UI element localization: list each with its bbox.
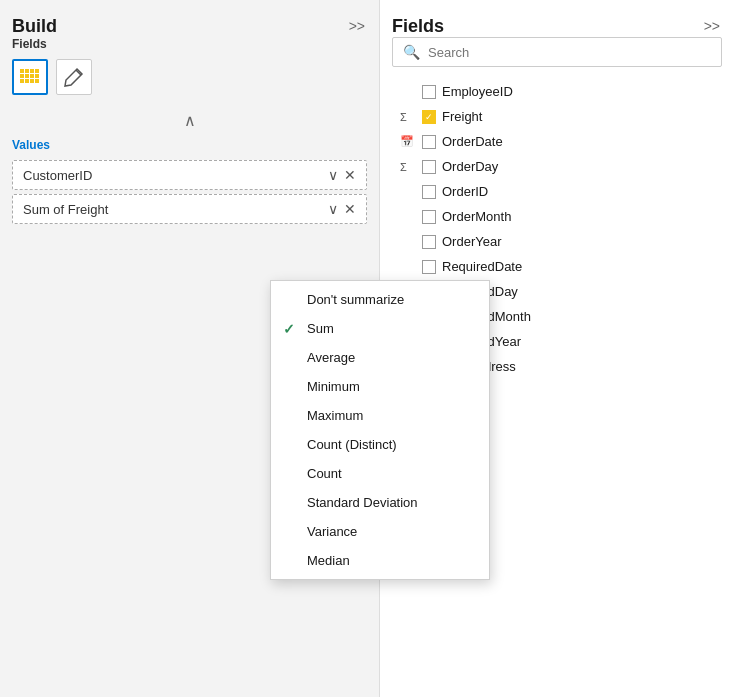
- summarize-dropdown: Don't summarize✓SumAverageMinimumMaximum…: [270, 280, 490, 580]
- svg-rect-0: [20, 69, 24, 73]
- svg-rect-4: [20, 74, 24, 78]
- dropdown-label-dont-summarize: Don't summarize: [307, 292, 404, 307]
- collapse-arrow[interactable]: ∧: [12, 111, 367, 130]
- build-title: Build: [12, 16, 57, 36]
- sum-of-freight-chevron[interactable]: ∨: [328, 201, 338, 217]
- fields-section-label: Fields: [12, 37, 367, 51]
- sum-of-freight-actions: ∨ ✕: [328, 201, 356, 217]
- dropdown-label-maximum: Maximum: [307, 408, 363, 423]
- dropdown-label-minimum: Minimum: [307, 379, 360, 394]
- build-expand-icon[interactable]: >>: [349, 18, 365, 34]
- field-name-requireddate: RequiredDate: [442, 259, 522, 274]
- field-checkbox-employeeid[interactable]: [422, 85, 436, 99]
- field-checkbox-orderyear[interactable]: [422, 235, 436, 249]
- field-name-orderday: OrderDay: [442, 159, 498, 174]
- customerid-chevron[interactable]: ∨: [328, 167, 338, 183]
- svg-rect-1: [25, 69, 29, 73]
- dropdown-label-average: Average: [307, 350, 355, 365]
- svg-rect-8: [20, 79, 24, 83]
- dropdown-label-variance: Variance: [307, 524, 357, 539]
- checkmark-icon: ✓: [283, 321, 295, 337]
- field-checkbox-orderdate[interactable]: [422, 135, 436, 149]
- customerid-remove[interactable]: ✕: [344, 167, 356, 183]
- svg-rect-2: [30, 69, 34, 73]
- field-item-requireddate[interactable]: RequiredDate: [392, 254, 722, 279]
- svg-rect-5: [25, 74, 29, 78]
- field-item-orderyear[interactable]: OrderYear: [392, 229, 722, 254]
- field-name-orderid: OrderID: [442, 184, 488, 199]
- dropdown-item-average[interactable]: Average: [271, 343, 489, 372]
- sum-of-freight-row[interactable]: Sum of Freight ∨ ✕: [12, 194, 367, 224]
- field-checkbox-orderid[interactable]: [422, 185, 436, 199]
- field-type-icon-orderdate: 📅: [400, 135, 416, 148]
- field-name-employeeid: EmployeeID: [442, 84, 513, 99]
- field-name-orderdate: OrderDate: [442, 134, 503, 149]
- field-item-employeeid[interactable]: EmployeeID: [392, 79, 722, 104]
- dropdown-label-count-distinct: Count (Distinct): [307, 437, 397, 452]
- dropdown-label-sum: Sum: [307, 321, 334, 336]
- search-icon: 🔍: [403, 44, 420, 60]
- table-view-button[interactable]: [12, 59, 48, 95]
- field-item-freight[interactable]: Σ✓Freight: [392, 104, 722, 129]
- svg-rect-7: [35, 74, 39, 78]
- field-item-orderid[interactable]: OrderID: [392, 179, 722, 204]
- customerid-label: CustomerID: [23, 168, 92, 183]
- table-icon: [19, 68, 41, 86]
- dropdown-item-dont-summarize[interactable]: Don't summarize: [271, 285, 489, 314]
- field-item-ordermonth[interactable]: OrderMonth: [392, 204, 722, 229]
- build-panel: Build >> Fields: [0, 0, 380, 697]
- sum-of-freight-label: Sum of Freight: [23, 202, 108, 217]
- field-checkbox-freight[interactable]: ✓: [422, 110, 436, 124]
- dropdown-item-variance[interactable]: Variance: [271, 517, 489, 546]
- fields-icons-group: [12, 59, 367, 95]
- dropdown-item-maximum[interactable]: Maximum: [271, 401, 489, 430]
- dropdown-item-count[interactable]: Count: [271, 459, 489, 488]
- field-item-orderdate[interactable]: 📅OrderDate: [392, 129, 722, 154]
- field-checkbox-requireddate[interactable]: [422, 260, 436, 274]
- values-section-label: Values: [12, 138, 367, 152]
- field-type-icon-freight: Σ: [400, 111, 416, 123]
- field-name-orderyear: OrderYear: [442, 234, 502, 249]
- field-item-orderday[interactable]: ΣOrderDay: [392, 154, 722, 179]
- edit-icon: [63, 66, 85, 88]
- svg-rect-10: [30, 79, 34, 83]
- dropdown-label-standard-deviation: Standard Deviation: [307, 495, 418, 510]
- search-box[interactable]: 🔍: [392, 37, 722, 67]
- svg-rect-9: [25, 79, 29, 83]
- customerid-actions: ∨ ✕: [328, 167, 356, 183]
- svg-rect-11: [35, 79, 39, 83]
- dropdown-item-sum[interactable]: ✓Sum: [271, 314, 489, 343]
- dropdown-item-standard-deviation[interactable]: Standard Deviation: [271, 488, 489, 517]
- svg-rect-3: [35, 69, 39, 73]
- field-name-ordermonth: OrderMonth: [442, 209, 511, 224]
- dropdown-label-count: Count: [307, 466, 342, 481]
- field-checkbox-ordermonth[interactable]: [422, 210, 436, 224]
- dropdown-label-median: Median: [307, 553, 350, 568]
- svg-rect-6: [30, 74, 34, 78]
- dropdown-item-count-distinct[interactable]: Count (Distinct): [271, 430, 489, 459]
- search-input[interactable]: [428, 45, 711, 60]
- field-type-icon-orderday: Σ: [400, 161, 416, 173]
- field-name-freight: Freight: [442, 109, 482, 124]
- dropdown-item-minimum[interactable]: Minimum: [271, 372, 489, 401]
- fields-expand-icon[interactable]: >>: [704, 18, 720, 34]
- dropdown-item-median[interactable]: Median: [271, 546, 489, 575]
- sum-of-freight-remove[interactable]: ✕: [344, 201, 356, 217]
- edit-view-button[interactable]: [56, 59, 92, 95]
- field-checkbox-orderday[interactable]: [422, 160, 436, 174]
- customerid-row[interactable]: CustomerID ∨ ✕: [12, 160, 367, 190]
- fields-title: Fields: [392, 16, 444, 36]
